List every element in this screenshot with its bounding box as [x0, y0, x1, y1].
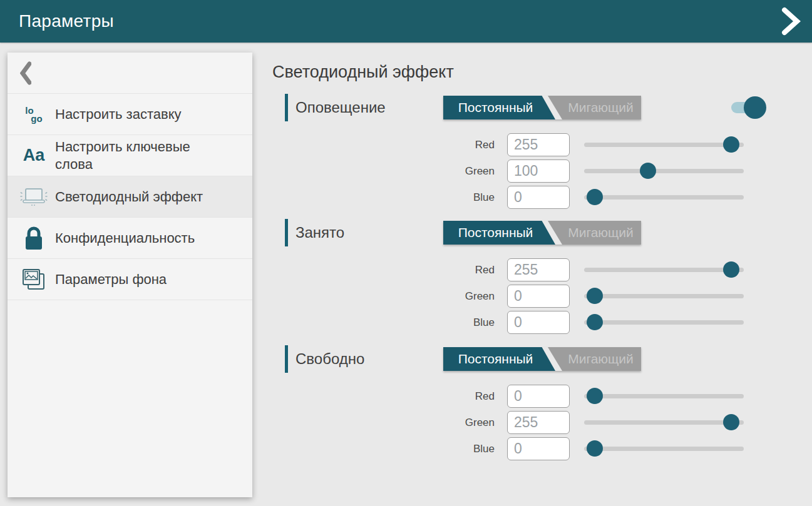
sidebar: logo Настроить заставку Aa Настроить клю…	[8, 53, 252, 497]
slider-track	[584, 268, 744, 272]
slider-thumb[interactable]	[587, 388, 603, 404]
section-name: Оповещение	[296, 94, 386, 121]
sidebar-item-background[interactable]: Параметры фона	[8, 259, 252, 300]
red-value-input[interactable]	[507, 385, 570, 408]
sidebar-item-splash[interactable]: logo Настроить заставку	[8, 94, 252, 135]
green-slider[interactable]	[584, 411, 744, 434]
mode-constant-button[interactable]: Постоянный	[443, 96, 555, 119]
red-slider[interactable]	[584, 385, 744, 408]
slider-thumb[interactable]	[587, 189, 603, 205]
settings-screen: Параметры logo Настроить заставку Aa Нас…	[0, 0, 812, 506]
mode-blinking-label: Мигающий	[548, 96, 641, 119]
slider-thumb[interactable]	[587, 440, 603, 457]
blue-slider[interactable]	[584, 437, 744, 460]
slider-track	[584, 394, 744, 398]
blue-label: Blue	[285, 437, 495, 460]
slider-track	[584, 320, 744, 325]
led-enable-toggle[interactable]	[731, 96, 768, 119]
slider-thumb[interactable]	[587, 288, 603, 304]
sidebar-item-label: Конфиденциальность	[55, 230, 195, 247]
blue-slider[interactable]	[584, 311, 744, 334]
blue-label: Blue	[285, 186, 495, 209]
green-slider[interactable]	[584, 159, 744, 183]
blue-value-input[interactable]	[507, 311, 570, 334]
lock-icon	[19, 225, 49, 251]
page-title: Параметры	[19, 11, 114, 31]
blue-slider[interactable]	[584, 186, 744, 209]
red-value-input[interactable]	[507, 133, 570, 156]
mode-constant-label: Постоянный	[443, 347, 548, 371]
mode-segmented-control: Постоянный Мигающий	[443, 221, 641, 245]
blue-label: Blue	[285, 311, 495, 334]
section-accent-bar	[285, 94, 288, 121]
slider-thumb[interactable]	[723, 261, 739, 278]
sidebar-item-label: Настроить заставку	[55, 106, 182, 123]
slider-thumb[interactable]	[723, 414, 739, 430]
red-label: Red	[285, 258, 495, 281]
section-alert: Оповещение Постоянный Мигающий Red Green	[285, 94, 773, 213]
red-label: Red	[285, 133, 495, 156]
toggle-thumb	[744, 96, 766, 119]
green-slider[interactable]	[584, 285, 744, 308]
mode-blinking-label: Мигающий	[548, 221, 641, 245]
mode-constant-button[interactable]: Постоянный	[443, 347, 555, 371]
sidebar-item-led-effect[interactable]: Светодиодный эффект	[8, 176, 252, 218]
section-accent-bar	[285, 219, 288, 246]
section-name: Свободно	[296, 345, 364, 373]
green-label: Green	[285, 411, 495, 434]
font-aa-icon: Aa	[19, 146, 49, 165]
mode-constant-button[interactable]: Постоянный	[443, 221, 555, 245]
app-header: Параметры	[0, 0, 812, 43]
slider-track	[584, 420, 744, 425]
red-value-input[interactable]	[507, 258, 570, 281]
mode-segmented-control: Постоянный Мигающий	[443, 347, 641, 371]
section-busy: Занято Постоянный Мигающий Red Green	[285, 219, 773, 338]
mode-blinking-button[interactable]: Мигающий	[548, 347, 641, 371]
blue-value-input[interactable]	[507, 437, 570, 460]
sidebar-item-keywords[interactable]: Aa Настроить ключевые слова	[8, 135, 252, 176]
sidebar-back-button[interactable]	[8, 53, 252, 94]
section-name: Занято	[296, 219, 344, 246]
sidebar-item-privacy[interactable]: Конфиденциальность	[8, 218, 252, 259]
slider-track	[584, 294, 744, 298]
mode-segmented-control: Постоянный Мигающий	[443, 96, 641, 119]
red-label: Red	[285, 385, 495, 408]
mode-blinking-button[interactable]: Мигающий	[548, 96, 641, 119]
mode-constant-label: Постоянный	[443, 96, 548, 119]
green-value-input[interactable]	[507, 411, 570, 434]
channel-row-red: Red	[285, 258, 773, 281]
mode-constant-label: Постоянный	[443, 221, 548, 245]
channel-row-green: Green	[285, 285, 773, 308]
slider-track	[584, 195, 744, 200]
slider-track	[584, 143, 744, 147]
slider-thumb[interactable]	[587, 314, 603, 330]
section-accent-bar	[285, 345, 288, 373]
channel-row-blue: Blue	[285, 437, 773, 460]
slider-track	[584, 447, 744, 451]
channel-row-blue: Blue	[285, 186, 773, 209]
green-value-input[interactable]	[507, 159, 570, 183]
section-free: Свободно Постоянный Мигающий Red Green	[285, 345, 773, 464]
green-label: Green	[285, 159, 495, 183]
sidebar-item-label: Параметры фона	[55, 271, 167, 288]
mode-blinking-button[interactable]: Мигающий	[548, 221, 641, 245]
green-value-input[interactable]	[507, 285, 570, 308]
chevron-left-icon	[19, 61, 49, 85]
channel-row-red: Red	[285, 133, 773, 156]
green-label: Green	[285, 285, 495, 308]
channel-row-red: Red	[285, 385, 773, 408]
background-images-icon	[19, 266, 49, 293]
blue-value-input[interactable]	[507, 186, 570, 209]
mode-blinking-label: Мигающий	[548, 347, 641, 371]
logo-icon: logo	[19, 106, 49, 123]
chevron-right-icon[interactable]	[777, 8, 804, 35]
red-slider[interactable]	[584, 258, 744, 281]
slider-thumb[interactable]	[723, 136, 739, 153]
sidebar-item-label: Настроить ключевые слова	[55, 138, 230, 173]
slider-thumb[interactable]	[640, 163, 656, 179]
channel-row-green: Green	[285, 411, 773, 434]
led-display-icon	[19, 185, 49, 210]
red-slider[interactable]	[584, 133, 744, 156]
sidebar-item-label: Светодиодный эффект	[55, 188, 203, 206]
channel-row-green: Green	[285, 159, 773, 183]
